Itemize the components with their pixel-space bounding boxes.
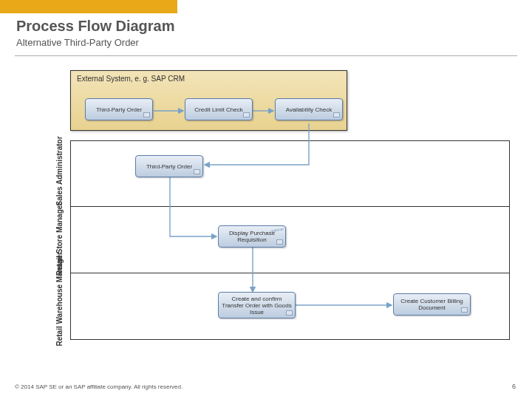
page-title: Process Flow Diagram (16, 18, 516, 35)
header-divider (15, 55, 517, 56)
lane-retail-store-manager (70, 207, 510, 273)
node-label: Create Customer Billing Document (396, 298, 468, 311)
node-third-party-order: Third-Party Order (135, 155, 203, 177)
node-label: Availability Check (286, 106, 332, 113)
external-system-title: External System, e. g. SAP CRM (71, 71, 347, 86)
node-availability-check: Availability Check (275, 98, 343, 120)
node-create-billing-document: Create Customer Billing Document (393, 293, 471, 316)
node-credit-limit-check: Credit Limit Check (185, 98, 253, 120)
node-third-party-order-external: Third-Party Order (85, 98, 153, 120)
node-display-purchase-requisition: Display Purchase Requisition optional (218, 225, 286, 248)
page-subtitle: Alternative Third-Party Order (16, 37, 516, 48)
process-flow-diagram: External System, e. g. SAP CRM Sales Adm… (52, 70, 510, 366)
node-label: Third-Party Order (146, 163, 192, 170)
brand-accent-bar (0, 0, 177, 13)
footer-copyright: © 2014 SAP SE or an SAP affiliate compan… (15, 383, 183, 390)
lane-label-sales: Sales Administrator (55, 140, 64, 206)
node-create-transfer-order: Create and confirm Transfer Order with G… (218, 292, 296, 318)
page-number: 6 (512, 383, 516, 390)
lane-label-warehouse: Retail Warehouse Manager (55, 265, 64, 347)
node-label: Credit Limit Check (194, 106, 242, 113)
slide-header: Process Flow Diagram Alternative Third-P… (0, 13, 532, 51)
node-label: Third-Party Order (96, 106, 142, 113)
node-label: Create and confirm Transfer Order with G… (221, 296, 293, 316)
